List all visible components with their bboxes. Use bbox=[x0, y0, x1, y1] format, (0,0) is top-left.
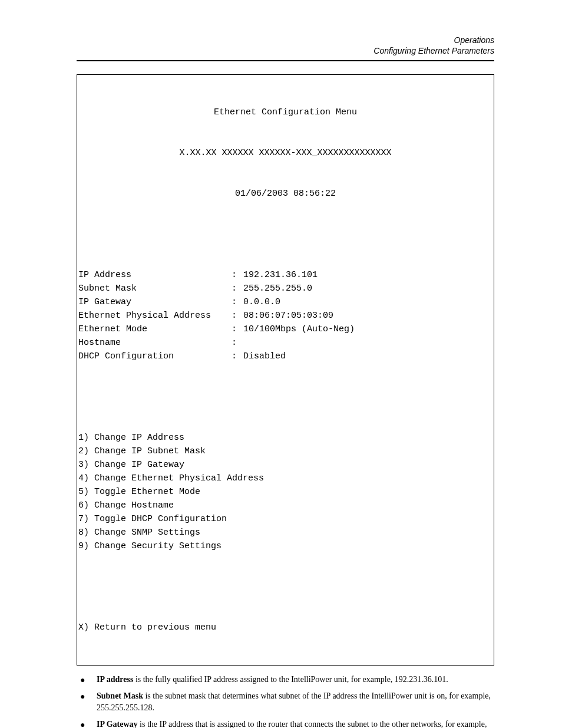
status-row: Hostname: bbox=[78, 336, 492, 350]
menu-item[interactable]: 2) Change IP Subnet Mask bbox=[78, 444, 492, 458]
status-row: Ethernet Mode: 10/100Mbps (Auto-Neg) bbox=[78, 322, 492, 336]
status-label: IP Address bbox=[78, 268, 232, 282]
menu-item[interactable]: 1) Change IP Address bbox=[78, 431, 492, 444]
status-row: Ethernet Physical Address: 08:06:07:05:0… bbox=[78, 309, 492, 322]
bullet-list: ●IP address is the fully qualified IP ad… bbox=[77, 674, 494, 728]
menu-item[interactable]: 9) Change Security Settings bbox=[78, 539, 492, 553]
terminal-build: X.XX.XX XXXXXX XXXXXX-XXX_XXXXXXXXXXXXXX bbox=[78, 146, 492, 160]
status-value: 10/100Mbps (Auto-Neg) bbox=[243, 322, 355, 336]
terminal-title: Ethernet Configuration Menu bbox=[78, 106, 492, 119]
bullet-dot: ● bbox=[77, 719, 97, 728]
status-label: Subnet Mask bbox=[78, 282, 232, 295]
status-row: Subnet Mask: 255.255.255.0 bbox=[78, 282, 492, 295]
status-value: 08:06:07:05:03:09 bbox=[243, 309, 333, 322]
status-sep: : bbox=[232, 309, 243, 322]
bullet-item: ●IP address is the fully qualified IP ad… bbox=[77, 674, 494, 686]
status-label: IP Gateway bbox=[78, 295, 232, 309]
menu-item[interactable]: 7) Toggle DHCP Configuration bbox=[78, 512, 492, 526]
blank-line bbox=[78, 390, 492, 404]
page: Operations Configuring Ethernet Paramete… bbox=[0, 0, 562, 728]
menu-exit[interactable]: X) Return to previous menu bbox=[78, 621, 492, 634]
status-label: Ethernet Physical Address bbox=[78, 309, 232, 322]
blank-line bbox=[78, 228, 492, 241]
menu-item[interactable]: 5) Toggle Ethernet Mode bbox=[78, 485, 492, 499]
status-value: 0.0.0.0 bbox=[243, 295, 280, 309]
status-row: IP Address: 192.231.36.101 bbox=[78, 268, 492, 282]
menu-block: 1) Change IP Address2) Change IP Subnet … bbox=[78, 431, 492, 553]
bullet-text: IP address is the fully qualified IP add… bbox=[97, 674, 448, 686]
status-sep: : bbox=[232, 350, 243, 363]
page-header: Operations Configuring Ethernet Paramete… bbox=[77, 35, 494, 55]
status-label: DHCP Configuration bbox=[78, 350, 232, 363]
terminal-timestamp: 01/06/2003 08:56:22 bbox=[78, 187, 492, 200]
bullet-dot: ● bbox=[77, 674, 97, 686]
status-label: Ethernet Mode bbox=[78, 322, 232, 336]
status-sep: : bbox=[232, 282, 243, 295]
status-block: IP Address: 192.231.36.101Subnet Mask: 2… bbox=[78, 268, 492, 363]
status-sep: : bbox=[232, 268, 243, 282]
menu-item[interactable]: 6) Change Hostname bbox=[78, 499, 492, 512]
bullet-item: ●IP Gateway is the IP address that is as… bbox=[77, 719, 494, 728]
status-sep: : bbox=[232, 322, 243, 336]
header-rule bbox=[77, 60, 494, 61]
terminal-box: Ethernet Configuration Menu X.XX.XX XXXX… bbox=[77, 74, 494, 666]
status-row: DHCP Configuration: Disabled bbox=[78, 350, 492, 363]
status-sep: : bbox=[232, 295, 243, 309]
header-line2: Configuring Ethernet Parameters bbox=[77, 46, 494, 55]
bullet-dot: ● bbox=[77, 691, 97, 703]
status-value: 192.231.36.101 bbox=[243, 268, 318, 282]
status-label: Hostname bbox=[78, 336, 232, 350]
status-row: IP Gateway: 0.0.0.0 bbox=[78, 295, 492, 309]
bullet-text: Subnet Mask is the subnet mask that dete… bbox=[97, 690, 494, 714]
blank-line bbox=[78, 580, 492, 594]
header-line1: Operations bbox=[77, 35, 494, 45]
menu-item[interactable]: 3) Change IP Gateway bbox=[78, 458, 492, 472]
bullet-item: ●Subnet Mask is the subnet mask that det… bbox=[77, 690, 494, 714]
bullet-text: IP Gateway is the IP address that is ass… bbox=[97, 719, 494, 728]
status-value: 255.255.255.0 bbox=[243, 282, 312, 295]
menu-item[interactable]: 4) Change Ethernet Physical Address bbox=[78, 472, 492, 485]
status-sep: : bbox=[232, 336, 243, 350]
status-value: Disabled bbox=[243, 350, 286, 363]
menu-item[interactable]: 8) Change SNMP Settings bbox=[78, 526, 492, 539]
